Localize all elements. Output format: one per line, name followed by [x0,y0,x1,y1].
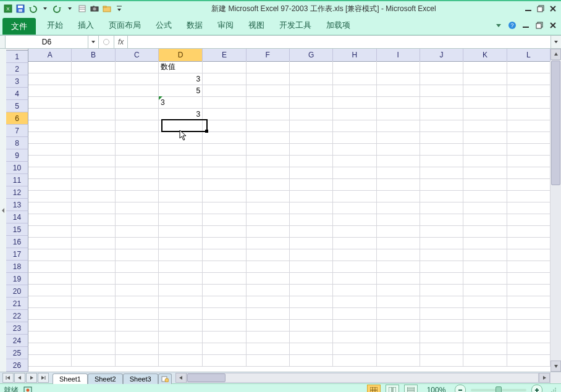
cell[interactable] [116,96,159,109]
cell[interactable] [463,143,507,156]
cell[interactable] [116,155,159,167]
cell[interactable] [116,296,159,308]
cell[interactable] [420,190,463,202]
cell[interactable] [420,225,463,238]
cell[interactable] [28,343,72,355]
cell[interactable] [72,307,115,320]
cell[interactable] [116,73,159,85]
cell[interactable] [72,167,115,179]
cell[interactable] [333,354,376,367]
cell[interactable] [420,202,463,214]
cell[interactable] [203,202,246,214]
resize-grip-icon[interactable] [550,386,557,392]
cell[interactable]: 3 [159,73,203,85]
cell[interactable] [507,272,550,285]
cell[interactable] [72,331,115,343]
column-header[interactable]: H [333,49,376,62]
row-header[interactable]: 5 [6,100,28,112]
cell[interactable] [203,167,246,179]
ribbon-tab[interactable]: 加载项 [319,16,358,35]
cell[interactable] [463,202,507,214]
cell[interactable] [159,319,203,332]
cell[interactable] [203,108,246,120]
cell[interactable] [116,190,159,202]
cancel-formula-icon[interactable] [101,37,111,47]
row-header[interactable]: 16 [6,236,28,248]
row-header[interactable]: 19 [6,273,28,285]
cell[interactable] [420,331,463,343]
cell[interactable] [116,354,159,367]
cell[interactable] [290,237,333,249]
cell[interactable] [420,249,463,261]
ribbon-tab[interactable]: 页面布局 [101,16,148,35]
cell[interactable] [333,343,376,355]
row-header[interactable]: 17 [6,248,28,261]
cell[interactable] [247,319,290,332]
cell[interactable] [463,155,507,167]
cell[interactable] [247,61,290,73]
scroll-left-icon[interactable] [175,373,187,383]
cell[interactable] [247,96,290,109]
cell[interactable] [72,143,115,156]
row-header[interactable]: 26 [6,359,28,372]
row-header[interactable]: 22 [6,310,28,322]
undo-icon[interactable] [27,3,38,14]
minimize-icon[interactable] [523,3,534,14]
cell[interactable] [116,131,159,144]
cell[interactable] [247,190,290,202]
cell[interactable] [463,249,507,261]
cell[interactable] [28,225,72,238]
cell[interactable] [333,167,376,179]
cell[interactable] [247,307,290,320]
cell[interactable] [28,108,72,120]
cell[interactable] [116,61,159,73]
cell[interactable] [507,85,550,97]
cell[interactable] [203,131,246,144]
row-header[interactable]: 21 [6,298,28,310]
row-header[interactable]: 4 [6,88,28,100]
cell[interactable] [290,202,333,214]
cell[interactable] [420,319,463,332]
cell[interactable] [333,108,376,120]
cell[interactable] [203,178,246,191]
cell[interactable]: 数值 [159,61,203,73]
hscroll-track[interactable] [187,373,539,383]
cell[interactable] [377,155,420,167]
cell[interactable] [72,296,115,308]
cell[interactable] [159,178,203,191]
cell[interactable] [290,178,333,191]
cell[interactable] [247,354,290,367]
cell[interactable] [72,108,115,120]
cell[interactable] [72,178,115,191]
cell[interactable] [72,343,115,355]
row-header[interactable]: 15 [6,223,28,236]
column-header[interactable]: A [28,49,72,62]
cell[interactable] [116,178,159,191]
cell[interactable] [333,155,376,167]
cell[interactable] [116,343,159,355]
zoom-out-icon[interactable] [455,385,466,392]
cell[interactable] [507,143,550,156]
cell[interactable] [159,155,203,167]
cell[interactable] [247,284,290,296]
cell[interactable] [28,143,72,156]
cell[interactable] [333,284,376,296]
cell[interactable] [290,120,333,132]
cell[interactable] [420,143,463,156]
doc-close-icon[interactable] [547,20,559,31]
ribbon-tab[interactable]: 数据 [179,16,210,35]
qat-customize-icon[interactable] [114,3,125,14]
column-header[interactable]: C [116,49,159,62]
cell[interactable] [463,284,507,296]
cell[interactable] [333,225,376,238]
doc-minimize-icon[interactable] [520,20,531,31]
cell[interactable] [28,261,72,273]
cell[interactable] [507,307,550,320]
cell[interactable] [116,120,159,132]
column-header[interactable]: E [203,49,246,62]
cell[interactable] [116,237,159,249]
cell[interactable] [28,73,72,85]
cell[interactable] [377,354,420,367]
cell[interactable] [290,167,333,179]
cell[interactable] [72,96,115,109]
